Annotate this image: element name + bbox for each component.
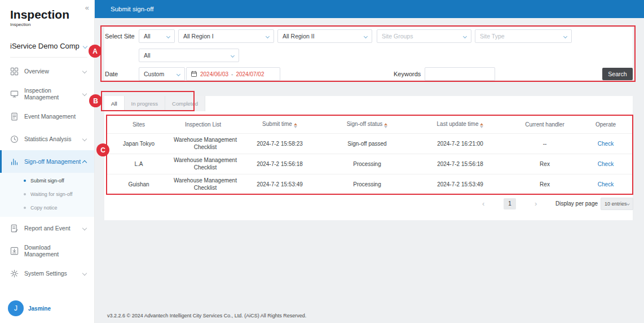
company-selector[interactable]: iService Demo Comp <box>10 42 87 58</box>
download-icon <box>10 247 19 255</box>
user-menu[interactable]: J Jasmine <box>8 300 51 316</box>
cell-signoff-status: Processing <box>325 154 409 174</box>
table-row: Japan TokyoWarehouse Management Checklis… <box>106 133 633 154</box>
next-page-button[interactable]: › <box>535 199 537 208</box>
sidebar-item-download-management[interactable]: Download Management <box>0 239 94 262</box>
check-link[interactable]: Check <box>598 181 614 187</box>
table-wrapper: SitesInspection ListSubmit timeSign-off … <box>106 116 633 194</box>
chevron-down-icon <box>563 34 567 38</box>
cell-submit-time: 2024-7-2 15:53:49 <box>235 174 325 194</box>
sidebar-nav: OverviewInspection ManagementEvent Manag… <box>0 60 94 285</box>
chevron-down-icon <box>82 271 87 276</box>
table-row: L.AWarehouse Management Checklist2024-7-… <box>106 154 633 174</box>
sort-icon[interactable] <box>294 123 297 128</box>
chevron-down-icon <box>266 34 270 38</box>
collapse-sidebar-button[interactable]: « <box>85 3 89 12</box>
tab-bar: AllIn progressCompleted <box>104 96 633 111</box>
chevron-down-icon <box>82 137 87 141</box>
bullet-icon <box>24 193 26 195</box>
cell-site: Guishan <box>106 174 171 194</box>
check-link[interactable]: Check <box>598 161 614 167</box>
statistics-icon <box>10 135 19 143</box>
sidebar: « Inspection Inspection iService Demo Co… <box>0 0 95 323</box>
sidebar-item-statistics-analysis[interactable]: Statistics Analysis <box>0 128 94 150</box>
chevron-down-icon <box>166 34 170 38</box>
site-dropdown[interactable]: All <box>139 29 175 43</box>
app-subtitle: Inspection <box>10 22 94 27</box>
cell-signoff-status: Sign-off passed <box>325 133 409 154</box>
chevron-down-icon <box>463 34 467 38</box>
chevron-down-icon <box>177 72 180 76</box>
region1-dropdown[interactable]: All Region I <box>178 29 274 43</box>
check-link[interactable]: Check <box>598 141 614 147</box>
display-per-page-label: Display per page <box>555 200 598 207</box>
bullet-icon <box>24 180 26 182</box>
chevron-down-icon <box>82 91 87 96</box>
chevron-down-icon <box>83 43 87 48</box>
cell-operate: Check <box>579 133 633 154</box>
keywords-input[interactable] <box>425 67 495 81</box>
region2-dropdown[interactable]: All Region II <box>277 29 372 43</box>
keywords-label: Keywords <box>394 71 421 77</box>
sidebar-subitem-waiting-for-sign-off[interactable]: Waiting for sign-off <box>0 187 94 201</box>
sidebar-item-label: Inspection Management <box>24 87 83 101</box>
chevron-down-icon <box>627 202 630 206</box>
cell-last-update-time: 2024-7-2 16:21:00 <box>409 133 511 154</box>
table-header-row: SitesInspection ListSubmit timeSign-off … <box>106 116 633 133</box>
signoff-table: SitesInspection ListSubmit timeSign-off … <box>106 116 633 194</box>
chevron-down-icon <box>82 69 87 73</box>
page-number[interactable]: 1 <box>504 198 516 209</box>
cell-signoff-status: Processing <box>325 174 409 194</box>
sidebar-item-label: Event Management <box>24 113 76 120</box>
site-groups-dropdown[interactable]: Site Groups <box>377 29 471 43</box>
sort-icon[interactable] <box>480 123 483 128</box>
overview-icon <box>10 67 19 76</box>
cell-current-handler: Rex <box>511 174 579 194</box>
sidebar-item-system-settings[interactable]: System Settings <box>0 262 94 285</box>
search-button[interactable]: Search <box>602 68 633 80</box>
entries-per-page-dropdown[interactable]: 10 entries <box>601 198 633 210</box>
settings-icon <box>10 269 19 278</box>
cell-last-update-time: 2024-7-2 15:53:49 <box>409 174 511 194</box>
column-header-last-update-time[interactable]: Last update time <box>409 116 511 133</box>
sidebar-item-event-management[interactable]: Event Management <box>0 105 94 128</box>
cell-submit-time: 2024-7-2 15:56:18 <box>235 154 325 174</box>
sidebar-item-report-and-event[interactable]: Report and Event <box>0 217 94 239</box>
date-range-picker[interactable]: 2024/06/03 - 2024/07/02 <box>186 67 280 81</box>
sidebar-item-inspection-management[interactable]: Inspection Management <box>0 82 94 105</box>
cell-current-handler: -- <box>511 133 579 154</box>
footer-text: v3.2.2.6 © 2024 Advantech Intelligent Ci… <box>107 313 306 318</box>
inspection-icon <box>10 90 19 98</box>
avatar: J <box>8 300 24 316</box>
sidebar-item-sign-off-management[interactable]: Sign-off Management <box>0 150 94 173</box>
prev-page-button[interactable]: ‹ <box>482 199 484 208</box>
sidebar-subitem-label: Waiting for sign-off <box>30 191 73 197</box>
column-header-submit-time[interactable]: Submit time <box>235 116 325 133</box>
date-mode-dropdown[interactable]: Custom <box>139 67 185 81</box>
sidebar-subitem-label: Copy notice <box>30 205 58 211</box>
sidebar-subitem-copy-notice[interactable]: Copy notice <box>0 201 94 215</box>
sidebar-item-label: Download Management <box>24 244 86 257</box>
table-body: Japan TokyoWarehouse Management Checklis… <box>106 133 633 194</box>
topbar: Submit sign-off <box>95 0 644 18</box>
site-type-dropdown[interactable]: Site Type <box>475 29 572 43</box>
sidebar-item-overview[interactable]: Overview <box>0 60 94 82</box>
sort-icon[interactable] <box>384 123 387 128</box>
date-label: Date <box>105 71 118 77</box>
table-row: GuishanWarehouse Management Checklist202… <box>106 174 633 194</box>
tab-all[interactable]: All <box>104 96 125 111</box>
tab-in-progress[interactable]: In progress <box>125 96 166 111</box>
column-header-sign-off-status[interactable]: Sign-off status <box>325 116 409 133</box>
column-header-sites: Sites <box>106 116 171 133</box>
tab-completed[interactable]: Completed <box>165 96 205 111</box>
date-separator: - <box>231 71 233 77</box>
signoff-icon <box>10 158 19 166</box>
sidebar-item-label: Report and Event <box>24 225 70 232</box>
sidebar-subitem-submit-sign-off[interactable]: Submit sign-off <box>0 174 94 187</box>
cell-site: L.A <box>106 154 171 174</box>
chevron-down-icon <box>364 34 368 38</box>
cell-inspection-list: Warehouse Management Checklist <box>171 154 235 174</box>
secondary-all-dropdown[interactable]: All <box>139 49 239 62</box>
column-header-current-handler: Current handler <box>511 116 579 133</box>
cell-submit-time: 2024-7-2 15:58:23 <box>235 133 325 154</box>
